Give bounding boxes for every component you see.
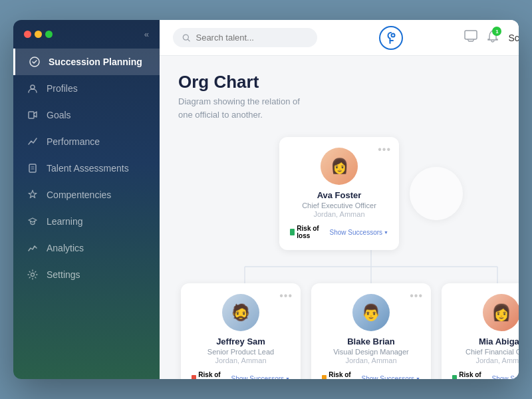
sidebar-item-label: Profiles	[47, 83, 78, 94]
search-input[interactable]	[196, 33, 308, 43]
card-name: Blake Brian	[347, 336, 395, 346]
avatar-face: 👩	[483, 294, 519, 331]
card-name: Mia Abigail	[479, 336, 519, 346]
sidebar-titlebar: «	[13, 20, 160, 46]
card-role: Visual Design Manager	[333, 348, 409, 356]
card-actions: Risk of loss Show Successors	[452, 371, 519, 379]
card-actions: Risk of loss Show Successors	[192, 371, 290, 379]
sidebar-item-label: Goals	[47, 110, 71, 120]
risk-label: Risk of loss	[198, 371, 225, 379]
risk-loss-badge: Risk of loss	[290, 225, 325, 239]
org-bottom-row: ••• 🧔 Jeffrey Sam Senior Product Lead Jo…	[181, 283, 519, 379]
empty-org-card	[410, 167, 463, 220]
card-menu-dots[interactable]: •••	[410, 290, 423, 302]
show-successors-button[interactable]: Show Successors	[231, 375, 290, 380]
card-role: Chief Executive Officer	[302, 201, 376, 209]
svg-point-1	[31, 85, 35, 89]
sidebar-item-competencies[interactable]: Compentencies	[13, 182, 160, 208]
card-role: Senior Product Lead	[207, 348, 274, 356]
org-card-mia-abigail: ••• 👩 Mia Abigail Chief Financial Office…	[442, 283, 519, 379]
sidebar-item-learning[interactable]: Learning	[13, 208, 160, 235]
risk-flag-icon	[290, 229, 295, 235]
traffic-lights	[24, 31, 53, 38]
org-card-ava-foster: ••• 👩 Ava Foster Chief Executive Officer…	[279, 137, 399, 250]
tl-close[interactable]	[24, 31, 31, 38]
competencies-icon	[27, 189, 39, 201]
tl-maximize[interactable]	[45, 31, 53, 38]
card-name: Ava Foster	[317, 190, 362, 200]
card-location: Jordan, Amman	[215, 356, 266, 364]
card-location: Jordan, Amman	[313, 210, 364, 218]
svg-point-6	[31, 273, 35, 277]
user-name-label: Scarlet	[508, 33, 519, 43]
main-panel: 1 Scarlet 👩 Org Chart Diagram showing th…	[160, 20, 519, 379]
card-actions: Risk of loss Show Successors	[322, 371, 420, 379]
avatar-face: 👩	[321, 148, 358, 185]
tl-minimize[interactable]	[35, 31, 42, 38]
sidebar-item-goals[interactable]: Goals	[13, 102, 160, 128]
card-actions: Risk of loss Show Successors	[290, 225, 388, 239]
goals-icon	[27, 109, 39, 121]
card-menu-dots[interactable]: •••	[279, 290, 293, 302]
sidebar-item-profiles[interactable]: Profiles	[13, 75, 160, 102]
card-name: Jeffrey Sam	[216, 336, 265, 346]
show-successors-button[interactable]: Show Successors	[492, 375, 519, 380]
app-window: « Succession Planning	[13, 20, 519, 379]
sidebar-collapse-button[interactable]: «	[144, 29, 149, 39]
risk-flag-icon	[452, 375, 457, 379]
tree-connector-lines	[178, 250, 519, 283]
svg-point-8	[391, 33, 394, 37]
risk-label: Risk of loss	[459, 371, 486, 379]
search-icon	[182, 33, 190, 43]
notifications-button[interactable]: 1	[487, 29, 499, 46]
sidebar-nav: Succession Planning Profiles	[13, 46, 160, 379]
show-successors-button[interactable]: Show Successors	[330, 229, 388, 236]
svg-rect-3	[29, 164, 36, 172]
avatar-face: 👨	[352, 294, 390, 331]
notification-badge: 1	[492, 27, 501, 36]
page-title: Org Chart	[178, 72, 519, 92]
settings-icon	[27, 269, 39, 281]
succession-planning-icon	[29, 56, 41, 68]
profiles-icon	[27, 82, 39, 94]
page-description: Diagram showing the relation of one offi…	[178, 95, 311, 121]
avatar-ava-foster: 👩	[321, 148, 358, 185]
org-chart: ••• 👩 Ava Foster Chief Executive Officer…	[178, 137, 519, 379]
sidebar-item-analytics[interactable]: Analytics	[13, 235, 160, 261]
learning-icon	[27, 215, 39, 227]
risk-loss-badge: Risk of loss	[322, 371, 356, 379]
svg-rect-9	[465, 31, 477, 39]
card-menu-dots[interactable]: •••	[378, 144, 391, 156]
risk-flag-icon	[192, 375, 196, 379]
performance-icon	[27, 136, 39, 148]
sidebar-item-label: Analytics	[47, 243, 84, 253]
sidebar-item-talent-assessments[interactable]: Talent Assessments	[13, 155, 160, 182]
avatar-mia-abigail: 👩	[483, 294, 519, 331]
card-location: Jordan, Amman	[345, 356, 396, 364]
risk-loss-badge: Risk of loss	[192, 371, 226, 379]
sidebar-item-settings[interactable]: Settings	[13, 261, 160, 288]
sidebar-item-label: Compentencies	[47, 190, 111, 200]
card-role: Chief Financial Officer	[466, 348, 519, 356]
app-logo	[379, 26, 403, 50]
risk-loss-badge: Risk of loss	[452, 371, 487, 379]
logo-area	[328, 26, 454, 50]
analytics-icon	[27, 242, 39, 254]
avatar-face: 🧔	[222, 294, 259, 331]
sidebar: « Succession Planning	[13, 20, 160, 379]
header-actions: 1 Scarlet 👩	[464, 27, 519, 49]
org-card-blake-brian: ••• 👨 Blake Brian Visual Design Manager …	[311, 283, 431, 379]
org-top-row: ••• 👩 Ava Foster Chief Executive Officer…	[279, 137, 463, 250]
app-header: 1 Scarlet 👩	[160, 20, 519, 56]
sidebar-item-label: Succession Planning	[49, 57, 142, 67]
search-bar[interactable]	[173, 28, 317, 47]
risk-label: Risk of loss	[297, 225, 324, 239]
svg-rect-2	[29, 112, 34, 118]
show-successors-button[interactable]: Show Successors	[362, 375, 420, 380]
org-card-jeffrey-sam: ••• 🧔 Jeffrey Sam Senior Product Lead Jo…	[181, 283, 301, 379]
avatar-jeffrey-sam: 🧔	[222, 294, 259, 331]
messages-button[interactable]	[464, 30, 477, 45]
sidebar-item-label: Performance	[47, 136, 100, 147]
sidebar-item-succession-planning[interactable]: Succession Planning	[13, 49, 160, 75]
sidebar-item-performance[interactable]: Performance	[13, 128, 160, 155]
